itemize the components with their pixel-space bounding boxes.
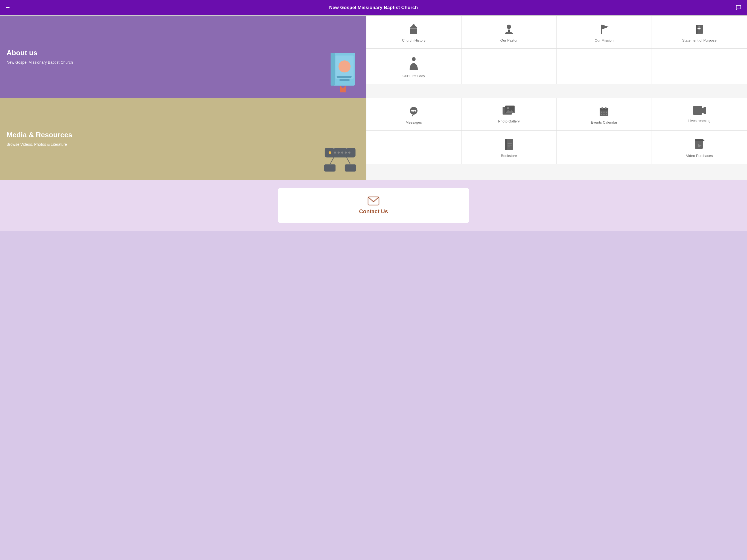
svg-rect-17	[601, 25, 602, 34]
our-pastor-label: Our Pastor	[500, 38, 518, 43]
svg-rect-37	[345, 164, 356, 172]
svg-rect-7	[410, 28, 417, 34]
media-illustration	[319, 139, 361, 175]
about-grid-row1: Church History Our Pastor	[366, 16, 747, 49]
pastor-icon	[503, 24, 515, 35]
media-grid-row2: Bookstore Vide	[366, 131, 747, 164]
svg-rect-20	[696, 25, 697, 34]
photo-gallery-icon	[503, 105, 515, 116]
our-pastor-item[interactable]: Our Pastor	[462, 16, 557, 48]
about-subtitle: New Gospel Missionary Baptist Church	[6, 60, 360, 65]
main-content: About us New Gospel Missionary Baptist C…	[0, 16, 747, 231]
svg-marker-58	[702, 107, 706, 114]
about-empty-2	[557, 49, 652, 84]
svg-marker-42	[412, 114, 414, 117]
svg-point-41	[414, 110, 416, 111]
svg-point-3	[338, 60, 351, 73]
media-right-panel: Messages Photo Gallery	[366, 98, 747, 180]
svg-point-14	[507, 25, 511, 29]
livestreaming-label: Livestreaming	[688, 119, 711, 123]
svg-point-31	[349, 152, 351, 154]
svg-point-26	[328, 151, 331, 154]
first-lady-icon	[409, 56, 419, 71]
svg-rect-4	[337, 76, 352, 78]
svg-point-40	[413, 110, 414, 111]
svg-point-27	[334, 152, 336, 154]
mission-icon	[598, 24, 610, 35]
video-purchases-item[interactable]: Video Purchases	[652, 131, 747, 164]
svg-marker-18	[602, 25, 609, 29]
our-first-lady-item[interactable]: Our First Lady	[366, 49, 462, 84]
our-mission-item[interactable]: Our Mission	[557, 16, 652, 48]
svg-rect-22	[697, 28, 700, 29]
statement-label: Statement of Purpose	[682, 38, 717, 43]
svg-rect-54	[601, 114, 602, 115]
contact-section: Contact Us	[0, 180, 747, 231]
media-left-panel: Media & Resources Browse Videos, Photos …	[0, 98, 366, 180]
our-first-lady-label: Our First Lady	[403, 74, 425, 78]
video-purchases-label: Video Purchases	[686, 154, 713, 158]
svg-line-34	[330, 157, 334, 164]
svg-rect-10	[412, 30, 413, 34]
media-empty-1	[366, 131, 462, 164]
bookstore-item[interactable]: Bookstore	[462, 131, 557, 164]
bookstore-icon	[504, 138, 514, 150]
svg-point-45	[507, 107, 509, 109]
svg-point-24	[410, 66, 417, 70]
about-grid-row2: Our First Lady	[366, 49, 747, 84]
about-title: About us	[6, 49, 360, 57]
about-right-panel: Church History Our Pastor	[366, 16, 747, 98]
chat-icon[interactable]	[736, 5, 742, 11]
svg-rect-36	[324, 164, 335, 172]
svg-rect-51	[601, 111, 602, 113]
menu-icon[interactable]: ☰	[5, 5, 10, 11]
svg-rect-57	[693, 106, 702, 115]
svg-point-32	[333, 148, 334, 149]
svg-rect-60	[505, 139, 507, 150]
svg-rect-11	[414, 30, 416, 34]
media-empty-2	[557, 131, 652, 164]
events-calendar-item[interactable]: Events Calendar	[557, 98, 652, 130]
svg-rect-63	[508, 147, 510, 147]
svg-rect-50	[606, 107, 607, 109]
church-history-item[interactable]: Church History	[366, 16, 462, 48]
messages-label: Messages	[406, 120, 422, 125]
bookstore-label: Bookstore	[501, 154, 517, 158]
media-title: Media & Resources	[6, 131, 360, 139]
svg-point-33	[345, 148, 347, 149]
statement-of-purpose-item[interactable]: Statement of Purpose	[652, 16, 747, 48]
svg-rect-1	[331, 53, 335, 85]
church-history-label: Church History	[402, 38, 426, 43]
svg-point-39	[411, 110, 413, 111]
svg-point-28	[337, 152, 340, 154]
about-illustration	[325, 49, 361, 93]
media-grid-row1: Messages Photo Gallery	[366, 98, 747, 131]
media-section-row: Media & Resources Browse Videos, Photos …	[0, 98, 747, 180]
book-cross-icon	[694, 24, 705, 35]
svg-marker-67	[703, 139, 705, 141]
messages-icon	[408, 105, 419, 117]
svg-rect-53	[606, 111, 607, 113]
messages-item[interactable]: Messages	[366, 98, 462, 130]
svg-point-23	[412, 57, 416, 61]
svg-point-30	[345, 152, 347, 154]
events-calendar-label: Events Calendar	[591, 120, 617, 125]
svg-rect-61	[508, 143, 512, 144]
about-empty-3	[652, 49, 747, 84]
livestreaming-item[interactable]: Livestreaming	[652, 98, 747, 130]
contact-card[interactable]: Contact Us	[278, 188, 469, 223]
svg-rect-62	[508, 145, 512, 146]
svg-marker-6	[340, 85, 345, 93]
photo-gallery-item[interactable]: Photo Gallery	[462, 98, 557, 130]
media-subtitle: Browse Videos, Photos & Literature	[6, 142, 360, 147]
svg-rect-48	[600, 108, 609, 110]
svg-line-35	[346, 157, 350, 164]
svg-rect-56	[606, 114, 607, 115]
svg-point-29	[341, 152, 343, 154]
contact-label: Contact Us	[359, 208, 388, 215]
svg-rect-65	[695, 139, 703, 141]
church-icon	[408, 24, 419, 35]
contact-envelope-icon	[367, 196, 380, 206]
events-calendar-icon	[598, 105, 610, 117]
our-mission-label: Our Mission	[595, 38, 614, 43]
